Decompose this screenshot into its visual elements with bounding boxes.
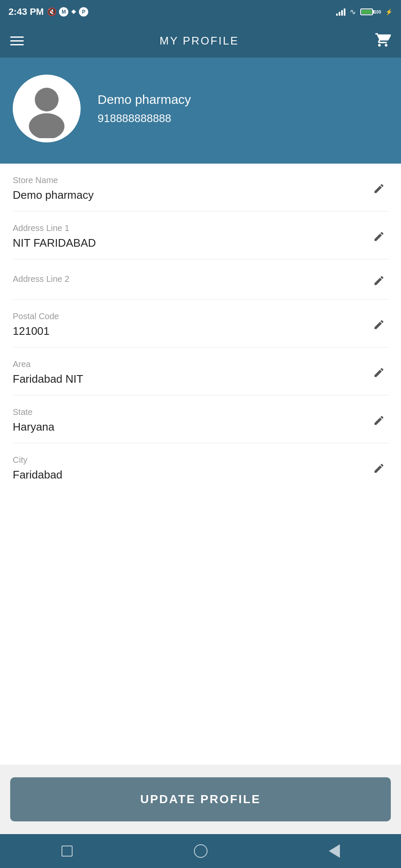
field-label-3: Postal Code bbox=[13, 312, 370, 321]
field-label-0: Store Name bbox=[13, 175, 370, 185]
field-value-4: Faridabad NIT bbox=[13, 373, 370, 386]
edit-button-3[interactable] bbox=[370, 315, 388, 334]
page-title: MY PROFILE bbox=[160, 34, 239, 47]
cart-icon bbox=[375, 32, 391, 48]
mute-icon: 🔇 bbox=[47, 7, 56, 17]
signal-icon bbox=[336, 8, 345, 16]
hamburger-menu[interactable] bbox=[10, 36, 24, 45]
profile-phone: 918888888888 bbox=[98, 112, 191, 125]
status-right-icons: ∿ 100 ⚡ bbox=[336, 7, 393, 17]
svg-point-0 bbox=[35, 88, 59, 111]
wifi-icon: ∿ bbox=[350, 7, 356, 17]
edit-button-4[interactable] bbox=[370, 363, 388, 382]
battery-icon: 100 bbox=[360, 8, 381, 15]
status-time-area: 2:43 PM 🔇 M ❖ P bbox=[8, 6, 88, 17]
field-content-6: CityFaridabad bbox=[13, 455, 370, 481]
field-row: Postal Code121001 bbox=[13, 300, 388, 348]
status-icons: 🔇 M ❖ P bbox=[47, 7, 88, 17]
edit-button-2[interactable] bbox=[370, 271, 388, 290]
pencil-icon bbox=[373, 275, 385, 287]
edit-button-5[interactable] bbox=[370, 411, 388, 430]
profile-name: Demo pharmacy bbox=[98, 92, 191, 107]
bottom-action-area: UPDATE PROFILE bbox=[0, 765, 401, 834]
field-label-4: Area bbox=[13, 359, 370, 369]
cart-button[interactable] bbox=[375, 32, 391, 50]
pencil-icon bbox=[373, 319, 385, 331]
field-value-1: NIT FARIDABAD bbox=[13, 236, 370, 250]
field-row: CityFaridabad bbox=[13, 443, 388, 491]
field-value-6: Faridabad bbox=[13, 468, 370, 481]
pencil-icon bbox=[373, 231, 385, 242]
back-icon bbox=[329, 844, 340, 858]
field-label-2: Address Line 2 bbox=[13, 274, 370, 284]
field-row: AreaFaridabad NIT bbox=[13, 348, 388, 395]
profile-info: Demo pharmacy 918888888888 bbox=[98, 92, 191, 125]
pencil-icon bbox=[373, 367, 385, 378]
field-value-3: 121001 bbox=[13, 325, 370, 338]
pencil-icon bbox=[373, 183, 385, 195]
field-row: Store NameDemo pharmacy bbox=[13, 164, 388, 211]
field-content-5: StateHaryana bbox=[13, 407, 370, 434]
recents-button[interactable] bbox=[58, 842, 76, 860]
home-icon bbox=[194, 844, 208, 858]
edit-button-0[interactable] bbox=[370, 179, 388, 198]
field-row: StateHaryana bbox=[13, 395, 388, 443]
avatar-image bbox=[17, 79, 76, 138]
field-row: Address Line 2 bbox=[13, 259, 388, 300]
field-content-1: Address Line 1NIT FARIDABAD bbox=[13, 223, 370, 250]
field-content-4: AreaFaridabad NIT bbox=[13, 359, 370, 386]
media2-icon: P bbox=[79, 7, 88, 17]
charging-icon: ⚡ bbox=[385, 8, 393, 15]
media-icon: M bbox=[59, 7, 68, 17]
field-content-0: Store NameDemo pharmacy bbox=[13, 175, 370, 202]
bottom-nav bbox=[0, 834, 401, 868]
field-value-5: Haryana bbox=[13, 420, 370, 434]
field-row: Address Line 1NIT FARIDABAD bbox=[13, 211, 388, 259]
profile-header: Demo pharmacy 918888888888 bbox=[0, 58, 401, 164]
field-value-0: Demo pharmacy bbox=[13, 189, 370, 202]
update-profile-button[interactable]: UPDATE PROFILE bbox=[10, 777, 391, 821]
field-content-2: Address Line 2 bbox=[13, 274, 370, 287]
back-button[interactable] bbox=[325, 842, 344, 860]
pencil-icon bbox=[373, 462, 385, 474]
profile-fields: Store NameDemo pharmacy Address Line 1NI… bbox=[0, 164, 401, 765]
field-label-5: State bbox=[13, 407, 370, 417]
home-button[interactable] bbox=[191, 842, 210, 860]
nav-bar: MY PROFILE bbox=[0, 24, 401, 58]
time-display: 2:43 PM bbox=[8, 6, 44, 17]
field-content-3: Postal Code121001 bbox=[13, 312, 370, 338]
recents-icon bbox=[62, 846, 73, 857]
pencil-icon bbox=[373, 415, 385, 426]
svg-point-1 bbox=[29, 113, 64, 138]
edit-button-1[interactable] bbox=[370, 227, 388, 246]
dropbox-icon: ❖ bbox=[71, 8, 76, 15]
field-label-1: Address Line 1 bbox=[13, 223, 370, 233]
edit-button-6[interactable] bbox=[370, 459, 388, 478]
field-label-6: City bbox=[13, 455, 370, 465]
avatar[interactable] bbox=[13, 75, 81, 142]
status-bar: 2:43 PM 🔇 M ❖ P ∿ 100 ⚡ bbox=[0, 0, 401, 24]
